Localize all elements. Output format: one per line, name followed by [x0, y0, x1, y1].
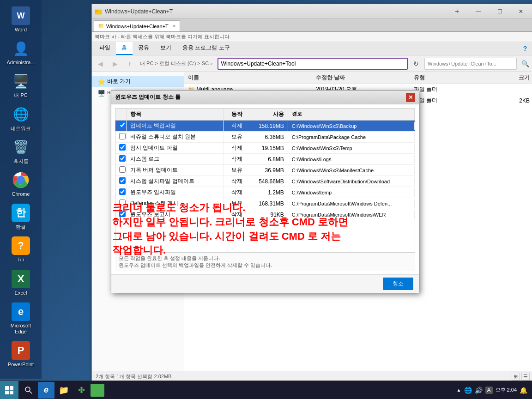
list-view-button[interactable]: ⊞ — [512, 373, 520, 381]
update-clean-dialog: 윈도우즈 업데이트 청소 툴 ✕ 항목 동작 사용 경로 업데이트 백업파일 삭… — [111, 90, 419, 293]
maximize-button[interactable]: ☐ — [489, 4, 510, 19]
dialog-row-6[interactable]: 윈도우즈 임시파일 삭제 1.2MB C:\Windows\temp — [115, 187, 415, 198]
ribbon-tab-view[interactable]: 보기 — [155, 42, 177, 55]
row8-name: 윈도우즈 보고서 — [127, 209, 224, 220]
back-button[interactable]: ◀ — [94, 57, 107, 70]
row5-checkbox[interactable] — [119, 177, 126, 184]
desktop-icon-mypc[interactable]: 🖥️ 내 PC — [2, 70, 39, 100]
row8-checkbox[interactable] — [119, 211, 126, 217]
search-button[interactable]: 🔍 — [519, 57, 532, 70]
row3-checkbox[interactable] — [119, 155, 126, 162]
dialog-row-4[interactable]: 기록 버퍼 업데이트 보유 36.9MB C:\Windows\WinSxS\M… — [115, 165, 415, 176]
file-type-0: 파일 폴더 — [410, 84, 478, 95]
dialog-row-7[interactable]: Defender 스캔 캐시 보유 168.31MB C:\ProgramDat… — [115, 198, 415, 209]
ribbon-tab-app-tools[interactable]: 응용 프로그램 도구 — [177, 42, 236, 55]
dialog-desc-line1: 모든 작업을 완료한 후 설정 내용을 지웁니다. — [119, 255, 411, 262]
file-type-1: 파일 폴더 — [410, 95, 478, 106]
tray-hide-icon[interactable]: ▲ — [457, 387, 461, 393]
tab-close-icon[interactable]: ✕ — [172, 24, 176, 29]
new-tab-button[interactable]: + — [447, 4, 468, 19]
notification-button[interactable]: 🔔 — [520, 387, 527, 394]
taskbar-edge-icon[interactable]: e — [38, 382, 54, 399]
up-button[interactable]: ↑ — [123, 57, 136, 70]
forward-button[interactable]: ▶ — [109, 57, 121, 70]
panel-item-favorites[interactable]: ⭐ 바로 가기 — [92, 76, 184, 87]
col-header-size[interactable]: 크기 — [478, 74, 532, 82]
desktop-icon-administrator[interactable]: 👤 Administra... — [2, 37, 39, 67]
dialog-row-0[interactable]: 업데이트 백업파일 삭제 158.19MB C:\Windows\WinSxS\… — [115, 121, 415, 132]
row4-name: 기록 버퍼 업데이트 — [127, 165, 224, 175]
desktop-icon-excel[interactable]: X Excel — [2, 268, 39, 298]
col-header-name[interactable]: 이름 — [184, 74, 312, 82]
desktop-icon-word[interactable]: W Word — [2, 5, 39, 35]
taskbar-clover-icon[interactable]: ✤ — [73, 382, 90, 399]
excel-icon: X — [12, 270, 30, 288]
dialog-row-8[interactable]: 윈도우즈 보고서 삭제 91KB C:\ProgramData\Microsof… — [115, 209, 415, 220]
dialog-row-5[interactable]: 시스템 설치파일 업데이트 삭제 548.66MB C:\Windows\Sof… — [115, 176, 415, 187]
desktop-sidebar: W Word 👤 Administra... 🖥️ 내 PC 🌐 네트워크 🗑️… — [0, 0, 42, 379]
desktop-icon-chrome[interactable]: Chrome — [2, 169, 39, 199]
start-button[interactable] — [0, 381, 18, 399]
row0-name: 업데이트 백업파일 — [127, 121, 224, 131]
row0-checkbox[interactable] — [119, 122, 126, 128]
address-input[interactable] — [218, 58, 408, 70]
col-usage-header: 사용 — [251, 109, 288, 120]
col-check — [115, 109, 127, 120]
explorer-tab[interactable]: 📁 Windows+Update+Clean+T ✕ — [94, 20, 180, 31]
recycle-label: 휴지통 — [4, 158, 37, 164]
taskbar-search[interactable] — [20, 382, 37, 399]
col-header-type[interactable]: 유형 — [410, 74, 478, 82]
taskbar-items: e 📁 ✤ — [18, 382, 452, 399]
row1-checkbox[interactable] — [119, 133, 126, 139]
dialog-row-2[interactable]: 임시 업데이트 파일 삭제 19.15MB C:\Windows\WinSxS\… — [115, 143, 415, 154]
tray-volume-icon[interactable]: 🔊 — [475, 387, 483, 394]
detail-view-button[interactable]: ☰ — [521, 373, 530, 381]
refresh-button[interactable]: ↻ — [410, 57, 423, 70]
row7-checkbox[interactable] — [119, 200, 126, 206]
desktop-icon-powerpoint[interactable]: P PowerPoint — [2, 339, 39, 369]
ribbon-tabs: 파일 홈 공유 보기 응용 프로그램 도구 ? — [92, 42, 532, 55]
word-icon: W — [12, 6, 30, 25]
tray-network-icon[interactable]: 🌐 — [464, 387, 472, 394]
dialog-close-button[interactable]: ✕ — [406, 93, 415, 102]
tray-lang-indicator[interactable]: A — [485, 387, 493, 394]
dialog-row-1[interactable]: 비쥬얼 스튜디오 설치 원본 보유 6.36MB C:\ProgramData\… — [115, 132, 415, 143]
ribbon-tab-file[interactable]: 파일 — [94, 42, 116, 55]
row4-action: 보유 — [224, 165, 251, 175]
mypc-label: 내 PC — [4, 92, 37, 98]
dialog-table: 항목 동작 사용 경로 업데이트 백업파일 삭제 158.19MB C:\Win… — [115, 108, 415, 253]
ribbon-tab-home[interactable]: 홈 — [116, 42, 133, 55]
search-input[interactable] — [424, 58, 517, 70]
row1-action: 보유 — [224, 132, 251, 142]
svg-rect-7 — [5, 391, 9, 394]
close-button[interactable]: ✕ — [510, 4, 532, 19]
row4-size: 36.9MB — [251, 166, 288, 175]
taskbar-folder-icon[interactable]: 📁 — [55, 382, 72, 399]
row6-checkbox[interactable] — [119, 188, 126, 195]
favorites-icon: ⭐ — [97, 78, 105, 85]
word-label: Word — [4, 27, 37, 33]
row2-checkbox[interactable] — [119, 144, 126, 151]
file-list-header: 이름 수정한 날짜 유형 크기 — [184, 72, 532, 84]
row5-path: C:\Windows\SoftwareDistribution\Download — [288, 177, 415, 186]
clean-button[interactable]: 청소 — [383, 278, 413, 290]
desktop-icon-network[interactable]: 🌐 네트워크 — [2, 103, 39, 133]
taskbar-clock[interactable]: 오후 2:04 — [496, 387, 517, 393]
row4-checkbox[interactable] — [119, 166, 126, 173]
minimize-button[interactable]: — — [468, 4, 489, 19]
desktop-icon-edge[interactable]: e Microsoft Edge — [2, 301, 39, 337]
desktop-icon-recycle[interactable]: 🗑️ 휴지통 — [2, 136, 39, 166]
dialog-row-3[interactable]: 시스템 로그 삭제 6.8MB C:\Windows\Logs — [115, 154, 415, 165]
favorites-label: 바로 가기 — [107, 78, 131, 85]
dialog-desc-line2: 윈도우즈 업데이트 선택의 백업파일을 안전하게 삭제할 수 있습니다. — [119, 262, 411, 269]
row6-name: 윈도우즈 임시파일 — [127, 187, 224, 198]
taskbar-green-icon[interactable] — [91, 384, 104, 397]
bookmarks-bar: 북마크 바 - 빠른 액세스를 위해 북마크를 여기에 표시합니다. — [92, 32, 532, 42]
desktop-icon-tip[interactable]: ? Tip — [2, 235, 39, 265]
svg-point-9 — [25, 387, 30, 392]
dialog-title-text: 윈도우즈 업데이트 청소 툴 — [115, 93, 406, 101]
ribbon-tab-share[interactable]: 공유 — [133, 42, 155, 55]
desktop-icon-hangeul[interactable]: 한 한글 — [2, 202, 39, 232]
ribbon-help-button[interactable]: ? — [519, 42, 532, 55]
col-header-date[interactable]: 수정한 날짜 — [312, 74, 410, 82]
